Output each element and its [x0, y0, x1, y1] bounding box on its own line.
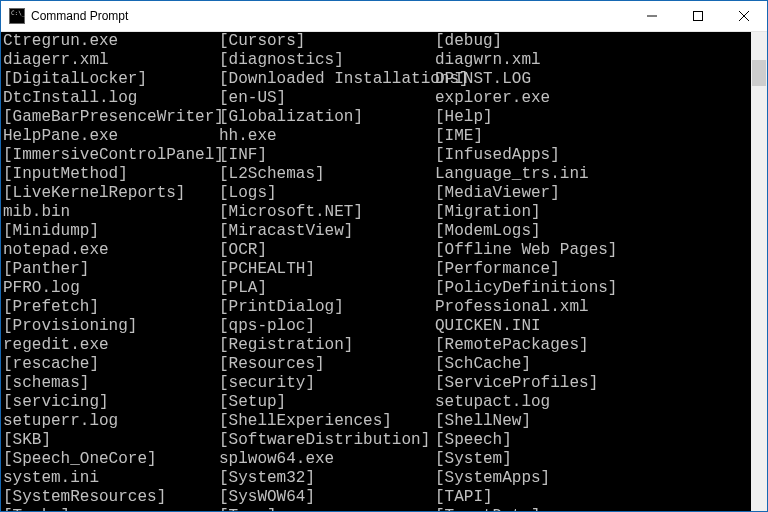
listing-row: diagerr.xml[diagnostics]diagwrn.xml — [3, 51, 751, 70]
listing-row: DtcInstall.log[en-US]explorer.exe — [3, 89, 751, 108]
command-prompt-window: Command Prompt Ctregrun.exe[Cursors][deb… — [0, 0, 768, 512]
minimize-button[interactable] — [629, 1, 675, 31]
listing-entry: [Cursors] — [219, 32, 435, 51]
listing-entry: hh.exe — [219, 127, 435, 146]
listing-entry: DtcInstall.log — [3, 89, 219, 108]
listing-row: system.ini[System32][SystemApps] — [3, 469, 751, 488]
listing-entry: [servicing] — [3, 393, 219, 412]
listing-entry: notepad.exe — [3, 241, 219, 260]
listing-entry: [Microsoft.NET] — [219, 203, 435, 222]
listing-row: [LiveKernelReports][Logs][MediaViewer] — [3, 184, 751, 203]
listing-row: [rescache][Resources][SchCache] — [3, 355, 751, 374]
listing-row: [Speech_OneCore]splwow64.exe[System] — [3, 450, 751, 469]
listing-row: Ctregrun.exe[Cursors][debug] — [3, 32, 751, 51]
listing-entry: [Tasks] — [3, 507, 219, 511]
listing-row: [Provisioning][qps-ploc]QUICKEN.INI — [3, 317, 751, 336]
listing-row: setuperr.log[ShellExperiences][ShellNew] — [3, 412, 751, 431]
listing-row: [ImmersiveControlPanel][INF][InfusedApps… — [3, 146, 751, 165]
listing-entry: HelpPane.exe — [3, 127, 219, 146]
listing-entry: PFRO.log — [3, 279, 219, 298]
listing-entry: [schemas] — [3, 374, 219, 393]
listing-entry: [OCR] — [219, 241, 435, 260]
listing-entry: splwow64.exe — [219, 450, 435, 469]
console-output[interactable]: Ctregrun.exe[Cursors][debug]diagerr.xml[… — [1, 32, 751, 511]
listing-entry: [SKB] — [3, 431, 219, 450]
listing-entry: [DigitalLocker] — [3, 70, 219, 89]
listing-entry: [IME] — [435, 127, 751, 146]
listing-entry: [Speech] — [435, 431, 751, 450]
listing-entry: [ToastData] — [435, 507, 751, 511]
listing-entry: [qps-ploc] — [219, 317, 435, 336]
listing-entry: [PrintDialog] — [219, 298, 435, 317]
listing-entry: [System] — [435, 450, 751, 469]
listing-entry: [MiracastView] — [219, 222, 435, 241]
maximize-icon — [693, 11, 703, 21]
listing-row: [servicing][Setup]setupact.log — [3, 393, 751, 412]
listing-row: [Tasks][Temp][ToastData] — [3, 507, 751, 511]
listing-entry: [Provisioning] — [3, 317, 219, 336]
listing-entry: diagerr.xml — [3, 51, 219, 70]
listing-entry: [ShellExperiences] — [219, 412, 435, 431]
listing-row: HelpPane.exehh.exe[IME] — [3, 127, 751, 146]
listing-entry: [ServiceProfiles] — [435, 374, 751, 393]
listing-entry: [ModemLogs] — [435, 222, 751, 241]
listing-entry: [SystemApps] — [435, 469, 751, 488]
listing-row: [Prefetch][PrintDialog]Professional.xml — [3, 298, 751, 317]
listing-entry: Ctregrun.exe — [3, 32, 219, 51]
listing-entry: [INF] — [219, 146, 435, 165]
listing-entry: [Help] — [435, 108, 751, 127]
listing-entry: [L2Schemas] — [219, 165, 435, 184]
listing-entry: [GameBarPresenceWriter] — [3, 108, 219, 127]
titlebar[interactable]: Command Prompt — [1, 1, 767, 32]
listing-row: [InputMethod][L2Schemas]Language_trs.ini — [3, 165, 751, 184]
listing-row: PFRO.log[PLA][PolicyDefinitions] — [3, 279, 751, 298]
listing-entry: diagwrn.xml — [435, 51, 751, 70]
listing-entry: regedit.exe — [3, 336, 219, 355]
listing-entry: [InputMethod] — [3, 165, 219, 184]
listing-entry: [TAPI] — [435, 488, 751, 507]
listing-entry: [Logs] — [219, 184, 435, 203]
listing-entry: [SoftwareDistribution] — [219, 431, 435, 450]
listing-entry: system.ini — [3, 469, 219, 488]
listing-entry: [SysWOW64] — [219, 488, 435, 507]
listing-entry: [PLA] — [219, 279, 435, 298]
listing-entry: [Panther] — [3, 260, 219, 279]
listing-entry: [debug] — [435, 32, 751, 51]
close-button[interactable] — [721, 1, 767, 31]
listing-entry: setuperr.log — [3, 412, 219, 431]
listing-row: [Panther][PCHEALTH][Performance] — [3, 260, 751, 279]
listing-entry: [System32] — [219, 469, 435, 488]
vertical-scrollbar[interactable] — [751, 32, 767, 511]
scroll-thumb[interactable] — [752, 60, 766, 86]
listing-entry: [LiveKernelReports] — [3, 184, 219, 203]
listing-entry: [Migration] — [435, 203, 751, 222]
listing-entry: [RemotePackages] — [435, 336, 751, 355]
listing-entry: Language_trs.ini — [435, 165, 751, 184]
listing-row: notepad.exe[OCR][Offline Web Pages] — [3, 241, 751, 260]
listing-entry: [en-US] — [219, 89, 435, 108]
listing-row: [SystemResources][SysWOW64][TAPI] — [3, 488, 751, 507]
listing-entry: [ImmersiveControlPanel] — [3, 146, 219, 165]
listing-entry: [Setup] — [219, 393, 435, 412]
listing-entry: [Registration] — [219, 336, 435, 355]
client-area: Ctregrun.exe[Cursors][debug]diagerr.xml[… — [1, 32, 767, 511]
listing-row: regedit.exe[Registration][RemotePackages… — [3, 336, 751, 355]
listing-entry: [rescache] — [3, 355, 219, 374]
window-title: Command Prompt — [31, 9, 128, 23]
listing-entry: Professional.xml — [435, 298, 751, 317]
listing-entry: [Offline Web Pages] — [435, 241, 751, 260]
listing-entry: DPINST.LOG — [435, 70, 751, 89]
listing-row: [GameBarPresenceWriter][Globalization][H… — [3, 108, 751, 127]
listing-row: [Minidump][MiracastView][ModemLogs] — [3, 222, 751, 241]
listing-entry: setupact.log — [435, 393, 751, 412]
listing-row: mib.bin[Microsoft.NET][Migration] — [3, 203, 751, 222]
listing-entry: [Globalization] — [219, 108, 435, 127]
listing-entry: [MediaViewer] — [435, 184, 751, 203]
listing-entry: [Resources] — [219, 355, 435, 374]
listing-entry: [Temp] — [219, 507, 435, 511]
maximize-button[interactable] — [675, 1, 721, 31]
listing-row: [DigitalLocker][Downloaded Installations… — [3, 70, 751, 89]
listing-entry: [security] — [219, 374, 435, 393]
minimize-icon — [647, 11, 657, 21]
svg-rect-1 — [694, 12, 703, 21]
